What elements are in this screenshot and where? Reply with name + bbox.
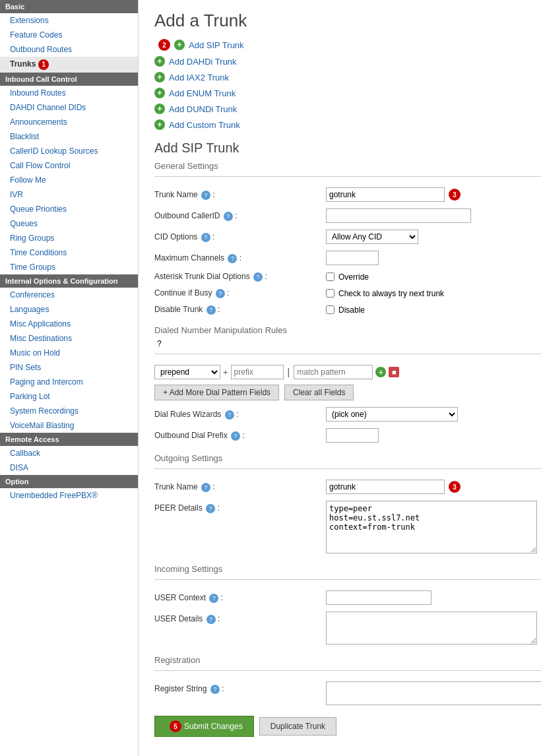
submit-button[interactable]: 5 Submit Changes bbox=[154, 716, 254, 737]
sidebar-item-link[interactable]: Extensions bbox=[10, 16, 49, 25]
trunk-link-0[interactable]: Add SIP Trunk bbox=[189, 40, 244, 50]
sidebar-item-link[interactable]: Time Groups bbox=[10, 263, 55, 272]
sidebar-item-link[interactable]: Unembedded FreePBX® bbox=[10, 491, 98, 500]
trunk-name2-help-icon[interactable]: ? bbox=[201, 483, 210, 492]
prepend-select[interactable]: prepend bbox=[154, 365, 220, 379]
dial-rules-select[interactable]: (pick one) bbox=[326, 407, 458, 422]
sidebar-item[interactable]: Follow Me bbox=[0, 173, 138, 187]
sidebar-item[interactable]: DAHDI Channel DIDs bbox=[0, 100, 138, 115]
sidebar-item[interactable]: Callback bbox=[0, 446, 138, 460]
trunk-name-help-icon[interactable]: ? bbox=[201, 191, 210, 200]
sidebar-item-link[interactable]: Blacklist bbox=[10, 132, 39, 141]
sidebar-item[interactable]: Parking Lot bbox=[0, 389, 138, 404]
sidebar-item-link[interactable]: DAHDI Channel DIDs bbox=[10, 103, 86, 112]
continue-if-busy-checkbox[interactable] bbox=[326, 289, 334, 298]
sidebar-item-link[interactable]: System Recordings bbox=[10, 406, 79, 416]
match-pattern-input[interactable] bbox=[294, 365, 373, 379]
add-more-button[interactable]: + Add More Dial Pattern Fields bbox=[154, 385, 279, 400]
clear-all-button[interactable]: Clear all Fields bbox=[284, 385, 354, 400]
sidebar-item-link[interactable]: Ring Groups bbox=[10, 234, 54, 243]
override-checkbox[interactable] bbox=[326, 272, 334, 281]
max-channels-help-icon[interactable]: ? bbox=[228, 254, 237, 263]
cid-options-select[interactable]: Allow Any CIDBlock Foreign CIDsForce Tru… bbox=[326, 230, 418, 244]
trunk-link-2[interactable]: Add IAX2 Trunk bbox=[169, 73, 229, 82]
user-context-input[interactable] bbox=[326, 590, 431, 605]
trunk-name-input[interactable] bbox=[326, 187, 445, 202]
sidebar-item-link[interactable]: Follow Me bbox=[10, 175, 46, 185]
sidebar-item[interactable]: VoiceMail Blasting bbox=[0, 418, 138, 433]
continue-if-busy-help-icon[interactable]: ? bbox=[216, 289, 225, 298]
sidebar-item-link[interactable]: Queue Priorities bbox=[10, 205, 67, 214]
outbound-dial-prefix-help-icon[interactable]: ? bbox=[231, 431, 240, 441]
sidebar-item[interactable]: Misc Destinations bbox=[0, 331, 138, 346]
asterisk-dial-help-icon[interactable]: ? bbox=[253, 272, 263, 282]
add-dial-pattern-icon[interactable]: + bbox=[375, 367, 386, 377]
disable-trunk-help-icon[interactable]: ? bbox=[207, 305, 216, 315]
sidebar-item-link[interactable]: DISA bbox=[10, 463, 28, 472]
user-context-help-icon[interactable]: ? bbox=[209, 594, 218, 603]
sidebar-item[interactable]: Call Flow Control bbox=[0, 158, 138, 173]
sidebar-item-link[interactable]: Paging and Intercom bbox=[10, 377, 83, 387]
register-string-help-icon[interactable]: ? bbox=[210, 685, 220, 694]
trunk-link-3[interactable]: Add ENUM Trunk bbox=[169, 88, 236, 98]
sidebar-item[interactable]: Blacklist bbox=[0, 129, 138, 144]
sidebar-item[interactable]: Announcements bbox=[0, 115, 138, 129]
sidebar-item-link[interactable]: Inbound Routes bbox=[10, 88, 66, 98]
sidebar-item-link[interactable]: Parking Lot bbox=[10, 392, 50, 401]
sidebar-item[interactable]: Extensions bbox=[0, 13, 138, 28]
sidebar-item[interactable]: System Recordings bbox=[0, 404, 138, 418]
sidebar-item-link[interactable]: Queues bbox=[10, 219, 38, 228]
sidebar-item[interactable]: Trunks1 bbox=[0, 57, 138, 73]
max-channels-input[interactable] bbox=[326, 251, 379, 265]
trunk-link-1[interactable]: Add DAHDi Trunk bbox=[169, 57, 237, 67]
sidebar-item-link[interactable]: Call Flow Control bbox=[10, 161, 70, 170]
trunk-link-4[interactable]: Add DUNDi Trunk bbox=[169, 104, 237, 114]
sidebar-item[interactable]: IVR bbox=[0, 187, 138, 202]
dial-number-help-icon[interactable]: ? bbox=[157, 339, 162, 348]
user-details-help-icon[interactable]: ? bbox=[207, 615, 216, 624]
sidebar-item-link[interactable]: Misc Destinations bbox=[10, 334, 72, 343]
sidebar-item[interactable]: Music on Hold bbox=[0, 346, 138, 360]
sidebar-item-link[interactable]: PIN Sets bbox=[10, 363, 41, 372]
sidebar-item[interactable]: Conferences bbox=[0, 288, 138, 302]
cid-options-help-icon[interactable]: ? bbox=[201, 233, 210, 242]
user-details-textarea[interactable] bbox=[326, 612, 537, 645]
sidebar-item-link[interactable]: Feature Codes bbox=[10, 30, 62, 40]
sidebar-item-link[interactable]: Outbound Routes bbox=[10, 45, 72, 54]
sidebar-item[interactable]: Unembedded FreePBX® bbox=[0, 488, 138, 503]
sidebar-item[interactable]: Time Conditions bbox=[0, 245, 138, 260]
duplicate-button[interactable]: Duplicate Trunk bbox=[259, 717, 336, 736]
outbound-callerid-help-icon[interactable]: ? bbox=[224, 212, 233, 221]
sidebar-item-link[interactable]: Languages bbox=[10, 305, 49, 314]
sidebar-item[interactable]: PIN Sets bbox=[0, 360, 138, 375]
sidebar-item[interactable]: Outbound Routes bbox=[0, 42, 138, 57]
sidebar-item[interactable]: Time Groups bbox=[0, 260, 138, 274]
sidebar-item[interactable]: Paging and Intercom bbox=[0, 375, 138, 389]
sidebar-item-link[interactable]: Conferences bbox=[10, 290, 55, 299]
sidebar-item[interactable]: CallerID Lookup Sources bbox=[0, 144, 138, 158]
sidebar-item[interactable]: Queues bbox=[0, 216, 138, 231]
sidebar-item[interactable]: DISA bbox=[0, 460, 138, 475]
sidebar-item[interactable]: Ring Groups bbox=[0, 231, 138, 245]
disable-trunk-checkbox[interactable] bbox=[326, 305, 334, 314]
sidebar-item[interactable]: Misc Applications bbox=[0, 317, 138, 331]
sidebar-item-link[interactable]: Music on Hold bbox=[10, 348, 60, 358]
sidebar-item-link[interactable]: IVR bbox=[10, 190, 23, 199]
register-string-textarea[interactable] bbox=[326, 681, 541, 705]
peer-details-help-icon[interactable]: ? bbox=[206, 504, 215, 513]
outbound-callerid-input[interactable] bbox=[326, 208, 471, 223]
prefix-input[interactable] bbox=[231, 365, 284, 379]
sidebar-item-link[interactable]: CallerID Lookup Sources bbox=[10, 146, 98, 156]
trunk-link-5[interactable]: Add Custom Trunk bbox=[169, 120, 240, 130]
dial-rules-help-icon[interactable]: ? bbox=[225, 410, 234, 420]
sidebar-item-link[interactable]: Misc Applications bbox=[10, 319, 71, 329]
sidebar-item[interactable]: Queue Priorities bbox=[0, 202, 138, 216]
sidebar-item-link[interactable]: VoiceMail Blasting bbox=[10, 421, 74, 430]
sidebar-item-link[interactable]: Time Conditions bbox=[10, 248, 67, 257]
peer-details-textarea[interactable] bbox=[326, 501, 537, 553]
remove-dial-pattern-icon[interactable]: ■ bbox=[389, 367, 399, 377]
sidebar-item[interactable]: Feature Codes bbox=[0, 28, 138, 42]
sidebar-item[interactable]: Languages bbox=[0, 302, 138, 317]
sidebar-item-link[interactable]: Announcements bbox=[10, 117, 67, 127]
outbound-dial-prefix-input[interactable] bbox=[326, 428, 379, 443]
